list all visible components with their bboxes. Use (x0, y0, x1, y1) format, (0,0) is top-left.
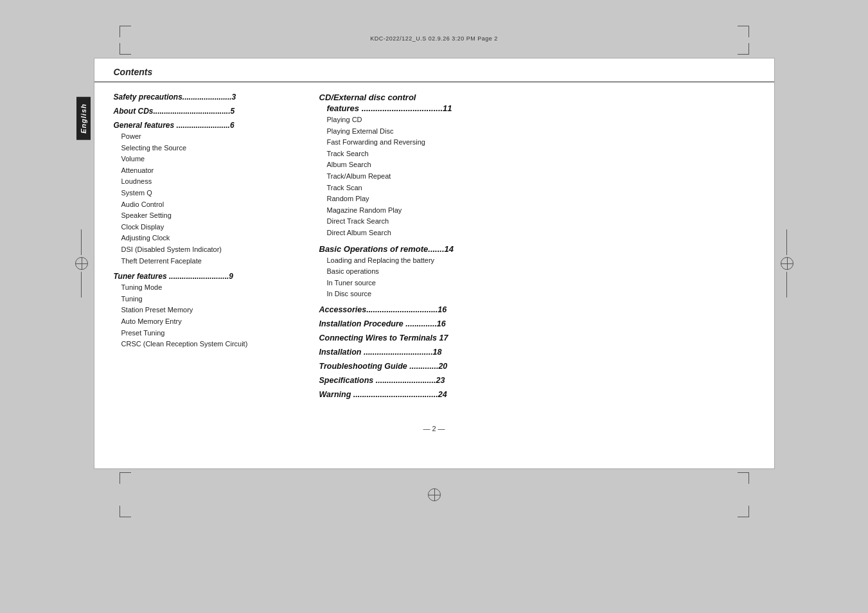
toc-section-warning: Warning ................................… (319, 390, 755, 399)
bottom-reg-area (81, 469, 788, 520)
toc-content-area: Safety precautions......................… (94, 82, 774, 417)
corner-mark-top-right (738, 26, 749, 37)
toc-section-troubleshooting: Troubleshooting Guide .............20 (319, 362, 755, 371)
toc-section-general: General features .......................… (114, 121, 294, 267)
toc-entry-connecting-wires: Connecting Wires to Terminals 17 (319, 333, 755, 342)
toc-item-in-tuner-source: In Tuner source (319, 278, 755, 289)
toc-item-in-disc-source: In Disc source (319, 289, 755, 300)
toc-section-cd: CD/External disc control features ......… (319, 93, 755, 239)
corner-mark-page-tl (120, 472, 131, 484)
toc-item-magazine-random: Magazine Random Play (319, 205, 755, 217)
toc-item-track-search: Track Search (319, 148, 755, 160)
reg-area-top: KDC-2022/122_U.S 02.9.26 3:20 PM Page 2 (81, 19, 788, 58)
toc-item-random-play: Random Play (319, 193, 755, 205)
crosshair-left (75, 257, 88, 270)
toc-item-volume: Volume (114, 154, 294, 165)
english-tab: English (76, 97, 91, 140)
toc-entry-remote: Basic Operations of remote.......14 (319, 244, 755, 254)
toc-item-tuning: Tuning (114, 294, 294, 305)
header-registration-text: KDC-2022/122_U.S 02.9.26 3:20 PM Page 2 (370, 35, 498, 42)
toc-entry-general: General features .......................… (114, 121, 294, 130)
toc-item-preset-tuning: Preset Tuning (114, 328, 294, 339)
toc-item-crsc: CRSC (Clean Reception System Circuit) (114, 339, 294, 350)
left-column: Safety precautions......................… (114, 93, 294, 404)
toc-item-album-search: Album Search (319, 159, 755, 171)
toc-item-power: Power (114, 131, 294, 143)
toc-item-loading-battery: Loading and Replacing the battery (319, 255, 755, 267)
toc-entry-installation-procedure: Installation Procedure ..............16 (319, 319, 755, 328)
toc-section-tuner: Tuner features .........................… (114, 272, 294, 350)
toc-item-loudness: Loudness (114, 176, 294, 188)
corner-mark-top-left (120, 26, 131, 37)
bottom-crosshair (428, 488, 441, 501)
toc-section-remote: Basic Operations of remote.......14 Load… (319, 244, 755, 300)
toc-item-playing-external-disc: Playing External Disc (319, 126, 755, 138)
page-wrapper: KDC-2022/122_U.S 02.9.26 3:20 PM Page 2 … (0, 13, 868, 613)
main-content-box: English Contents Safety precautions.....… (94, 58, 775, 469)
toc-item-fast-forwarding: Fast Forwarding and Reversing (319, 137, 755, 148)
toc-item-selecting-source: Selecting the Source (114, 143, 294, 154)
page-number: — 2 — (423, 425, 445, 432)
corner-mark-page-br (738, 506, 749, 517)
toc-section-connecting-wires: Connecting Wires to Terminals 17 (319, 333, 755, 342)
corner-mark-page-tr (738, 472, 749, 484)
toc-section-installation: Installation ...........................… (319, 348, 755, 357)
page-number-area: — 2 — (94, 417, 774, 435)
toc-entry-installation: Installation ...........................… (319, 348, 755, 357)
toc-item-playing-cd: Playing CD (319, 114, 755, 126)
toc-item-auto-memory: Auto Memory Entry (114, 316, 294, 328)
contents-header: Contents (94, 58, 774, 82)
toc-item-station-preset: Station Preset Memory (114, 305, 294, 316)
contents-title: Contents (114, 67, 153, 77)
toc-item-track-scan: Track Scan (319, 182, 755, 194)
toc-entry-troubleshooting: Troubleshooting Guide .............20 (319, 362, 755, 371)
toc-entry-cds: About CDs...............................… (114, 107, 294, 116)
toc-item-track-album-repeat: Track/Album Repeat (319, 171, 755, 182)
toc-entry-cd-subheading: features ...............................… (327, 103, 755, 113)
toc-item-adjusting-clock: Adjusting Clock (114, 233, 294, 244)
toc-item-system-q: System Q (114, 188, 294, 199)
toc-section-safety: Safety precautions......................… (114, 93, 294, 102)
toc-section-cds: About CDs...............................… (114, 107, 294, 116)
crosshair-right (781, 257, 793, 270)
right-column: CD/External disc control features ......… (319, 93, 755, 404)
toc-item-direct-track-search: Direct Track Search (319, 216, 755, 227)
toc-item-tuning-mode: Tuning Mode (114, 282, 294, 294)
toc-item-direct-album-search: Direct Album Search (319, 227, 755, 239)
toc-entry-accessories: Accessories.............................… (319, 305, 755, 314)
toc-entry-cd-heading: CD/External disc control (319, 93, 755, 102)
corner-mark-bottom-left (120, 43, 131, 55)
toc-item-attenuator: Attenuator (114, 165, 294, 177)
side-mark-left (75, 227, 88, 299)
side-mark-right (781, 227, 793, 299)
toc-section-specifications: Specifications .........................… (319, 376, 755, 385)
toc-item-basic-operations: Basic operations (319, 266, 755, 278)
corner-mark-page-bl (120, 506, 131, 517)
toc-item-theft-deterrent: Theft Deterrent Faceplate (114, 256, 294, 267)
toc-entry-specifications: Specifications .........................… (319, 376, 755, 385)
toc-item-audio-control: Audio Control (114, 199, 294, 211)
toc-section-installation-procedure: Installation Procedure ..............16 (319, 319, 755, 328)
corner-mark-bottom-right (738, 43, 749, 55)
toc-entry-safety: Safety precautions......................… (114, 93, 294, 102)
toc-item-clock-display: Clock Display (114, 222, 294, 233)
toc-entry-warning: Warning ................................… (319, 390, 755, 399)
toc-section-accessories: Accessories.............................… (319, 305, 755, 314)
toc-item-dsi: DSI (Disabled System Indicator) (114, 244, 294, 256)
toc-item-speaker-setting: Speaker Setting (114, 210, 294, 222)
toc-entry-tuner: Tuner features .........................… (114, 272, 294, 281)
